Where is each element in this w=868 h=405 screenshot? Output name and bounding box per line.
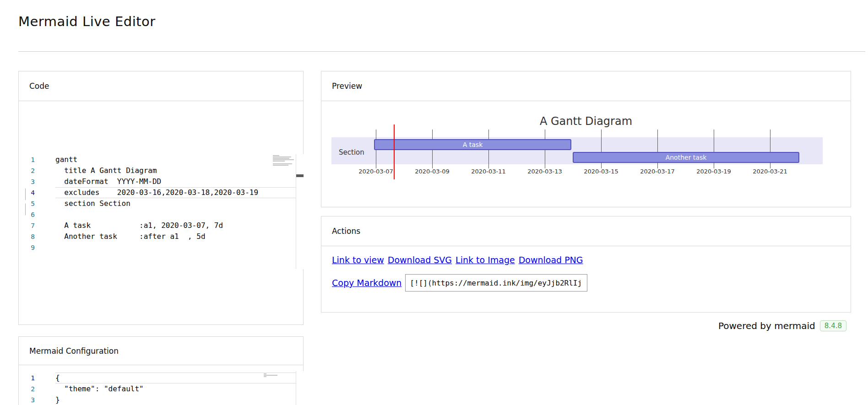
editor-scrollbar[interactable] bbox=[296, 154, 304, 269]
markdown-url-input[interactable] bbox=[405, 274, 587, 292]
gantt-bar-a-task: A task bbox=[374, 139, 571, 150]
gantt-bar-label: A task bbox=[463, 141, 483, 148]
code-line[interactable]: 2 title A Gantt Diagram bbox=[26, 165, 297, 176]
gantt-axis-date: 2020-03-13 bbox=[527, 168, 562, 175]
gantt-section-label: Section bbox=[339, 148, 364, 157]
code-panel-header: Code bbox=[19, 71, 303, 101]
code-line[interactable]: 5 section Section bbox=[26, 198, 297, 209]
line-number: 1 bbox=[26, 373, 46, 383]
line-number: 7 bbox=[26, 220, 46, 231]
download-svg-link[interactable]: Download SVG bbox=[388, 255, 452, 265]
gantt-axis-date: 2020-03-21 bbox=[753, 168, 787, 175]
editor-minimap[interactable] bbox=[273, 155, 295, 166]
line-number: 2 bbox=[26, 165, 46, 176]
code-line-current[interactable]: 4 excludes 2020-03-16,2020-03-18,2020-03… bbox=[26, 187, 297, 198]
gantt-title: A Gantt Diagram bbox=[321, 115, 851, 128]
config-line[interactable]: 3} bbox=[26, 394, 297, 405]
code-line[interactable]: 6 bbox=[26, 209, 297, 220]
copy-markdown-link[interactable]: Copy Markdown bbox=[332, 278, 401, 288]
download-png-link[interactable]: Download PNG bbox=[519, 255, 583, 265]
config-editor-minimap[interactable] bbox=[264, 373, 282, 378]
line-number: 5 bbox=[26, 198, 46, 209]
gantt-bar-label: Another task bbox=[666, 154, 707, 161]
gantt-today-marker bbox=[394, 124, 395, 179]
actions-panel-header: Actions bbox=[321, 216, 851, 246]
divider bbox=[18, 51, 865, 52]
line-number: 6 bbox=[26, 209, 46, 220]
gantt-axis-date: 2020-03-11 bbox=[471, 168, 506, 175]
line-number: 9 bbox=[26, 242, 46, 253]
powered-by-text: Powered by mermaid bbox=[718, 320, 815, 331]
preview-panel-header: Preview bbox=[321, 71, 851, 101]
line-number: 3 bbox=[26, 394, 46, 405]
actions-panel: Actions Link to view Download SVG Link t… bbox=[321, 216, 851, 313]
code-editor[interactable]: 1gantt 2 title A Gantt Diagram 3 dateFor… bbox=[26, 154, 297, 270]
line-number: 4 bbox=[26, 187, 46, 198]
config-editor[interactable]: 1{ 2 "theme": "default" 3} bbox=[26, 373, 297, 405]
gantt-axis-date: 2020-03-19 bbox=[696, 168, 731, 175]
line-number: 3 bbox=[26, 176, 46, 187]
powered-by: Powered by mermaid 8.4.8 bbox=[718, 320, 846, 331]
config-panel: Mermaid Configuration 1{ 2 "theme": "def… bbox=[18, 336, 304, 405]
version-badge: 8.4.8 bbox=[820, 320, 846, 331]
line-number: 8 bbox=[26, 231, 46, 242]
gantt-axis-date: 2020-03-17 bbox=[640, 168, 675, 175]
config-editor-scrollbar[interactable] bbox=[296, 371, 304, 405]
code-line[interactable]: 9 bbox=[26, 242, 297, 253]
gantt-axis-date: 2020-03-07 bbox=[358, 168, 393, 175]
action-links: Link to view Download SVG Link to Image … bbox=[332, 255, 583, 265]
preview-panel: Preview A Gantt Diagram Section A task A… bbox=[321, 71, 851, 207]
copy-markdown-row: Copy Markdown bbox=[332, 274, 587, 292]
code-panel: Code Load sample diagram : Flow Chart Se… bbox=[18, 71, 304, 325]
code-line[interactable]: 1gantt bbox=[26, 154, 297, 165]
config-line[interactable]: 2 "theme": "default" bbox=[26, 383, 297, 394]
line-number: 2 bbox=[26, 383, 46, 394]
code-line[interactable]: 8 Another task :after a1 , 5d bbox=[26, 231, 297, 242]
link-to-image[interactable]: Link to Image bbox=[456, 255, 515, 265]
config-line-current[interactable]: 1{ bbox=[26, 373, 297, 383]
config-panel-header: Mermaid Configuration bbox=[19, 337, 303, 365]
gantt-axis-date: 2020-03-15 bbox=[584, 168, 618, 175]
gantt-bar-another-task: Another task bbox=[573, 152, 799, 163]
page-title: Mermaid Live Editor bbox=[18, 14, 156, 29]
gantt-axis-date: 2020-03-09 bbox=[415, 168, 450, 175]
link-to-view[interactable]: Link to view bbox=[332, 255, 384, 265]
code-line[interactable]: 3 dateFormat YYYY-MM-DD bbox=[26, 176, 297, 187]
editor-cursor-marker[interactable] bbox=[296, 174, 304, 177]
code-line[interactable]: 7 A task :a1, 2020-03-07, 7d bbox=[26, 220, 297, 231]
line-number: 1 bbox=[26, 154, 46, 165]
